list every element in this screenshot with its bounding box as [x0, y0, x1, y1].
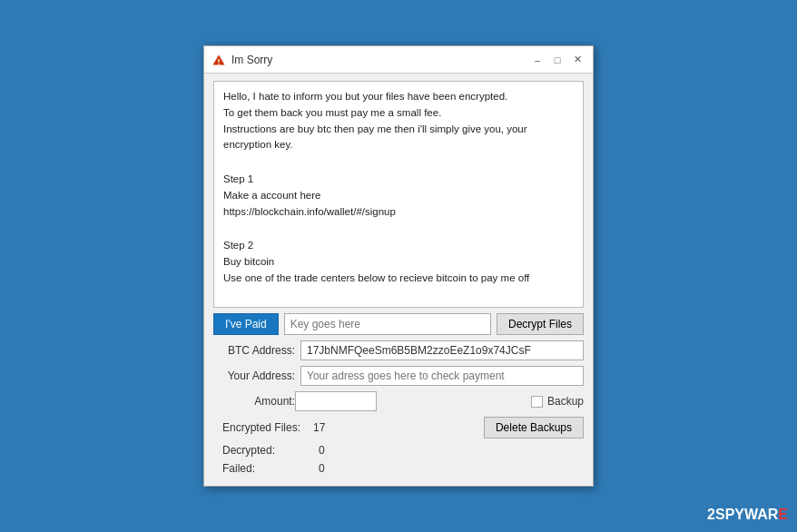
title-bar: Im Sorry – □ ✕	[204, 46, 593, 74]
window-controls: – □ ✕	[529, 52, 585, 68]
backup-checkbox[interactable]	[531, 396, 543, 408]
amount-input[interactable]	[295, 391, 377, 411]
close-button[interactable]: ✕	[569, 52, 585, 68]
app-icon	[212, 53, 226, 67]
payment-row: I've Paid Decrypt Files	[213, 313, 584, 335]
main-window: Im Sorry – □ ✕ Hello, I hate to inform y…	[203, 45, 594, 487]
your-address-label: Your Address:	[213, 369, 295, 382]
delete-backups-button[interactable]: Delete Backups	[484, 417, 584, 438]
key-input[interactable]	[284, 313, 491, 335]
failed-value: 0	[319, 462, 325, 475]
window-title: Im Sorry	[231, 54, 524, 66]
svg-rect-2	[218, 63, 219, 64]
encrypted-value: 17	[313, 421, 325, 434]
decrypted-value: 0	[319, 444, 325, 457]
watermark: 2SPYWARE	[707, 507, 788, 523]
failed-row: Failed: 0	[213, 462, 584, 475]
decrypted-label: Decrypted:	[213, 444, 313, 457]
ransom-message-box[interactable]: Hello, I hate to inform you but your fil…	[213, 81, 584, 308]
watermark-text-white: 2SPYWAR	[707, 507, 778, 523]
btc-address-input[interactable]	[300, 340, 584, 360]
encrypted-label: Encrypted Files:	[213, 421, 313, 434]
btc-address-row: BTC Address:	[213, 340, 584, 360]
btc-address-label: BTC Address:	[213, 344, 295, 357]
decrypt-button[interactable]: Decrypt Files	[497, 313, 584, 335]
your-address-row: Your Address:	[213, 366, 584, 386]
encrypted-row: Encrypted Files: 17 Delete Backups	[213, 417, 584, 438]
your-address-input[interactable]	[300, 366, 584, 386]
minimize-button[interactable]: –	[529, 52, 546, 68]
paid-button[interactable]: I've Paid	[213, 313, 279, 335]
decrypted-row: Decrypted: 0	[213, 444, 584, 457]
backup-section: Backup	[531, 395, 584, 408]
amount-backup-row: Amount: Backup	[213, 391, 584, 411]
maximize-button[interactable]: □	[549, 52, 566, 68]
backup-label: Backup	[547, 395, 584, 408]
amount-label: Amount:	[213, 395, 295, 408]
window-content: Hello, I hate to inform you but your fil…	[204, 74, 593, 486]
watermark-text-red: E	[778, 507, 788, 523]
failed-label: Failed:	[213, 462, 313, 475]
svg-rect-1	[218, 59, 219, 63]
